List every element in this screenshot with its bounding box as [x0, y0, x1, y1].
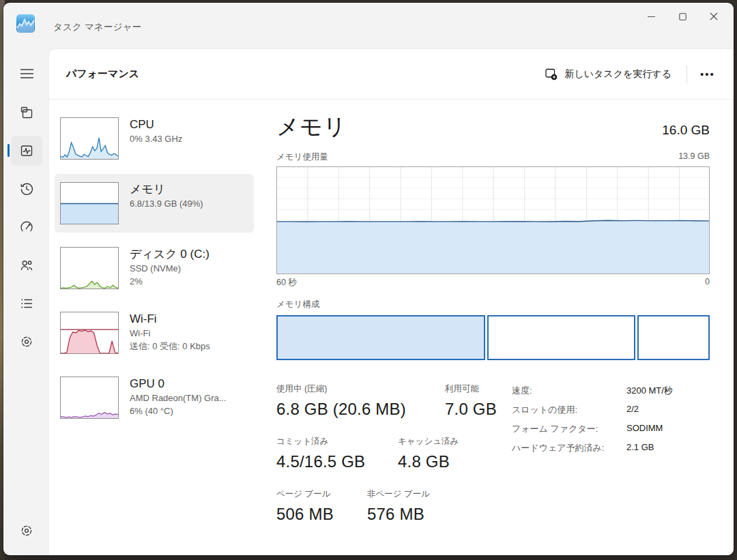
startup-apps-icon	[20, 220, 33, 234]
page-title: パフォーマンス	[66, 68, 139, 80]
task-manager-app-icon	[16, 14, 35, 33]
performance-icon	[20, 144, 33, 158]
stat-available: 利用可能 7.0 GB	[445, 383, 497, 419]
sidebar-item-app-history[interactable]	[11, 174, 42, 204]
x-axis-left-label: 60 秒	[276, 277, 297, 289]
window-title: タスク マネージャー	[53, 21, 141, 33]
performance-metric-list: CPU 0% 3.43 GHz メモリ 6.8/13.9 GB (49%)	[55, 109, 254, 427]
run-new-task-button[interactable]: 新しいタスクを実行する	[536, 62, 680, 86]
metric-subtitle: 6% (40 °C)	[130, 404, 227, 417]
x-axis-right-label: 0	[705, 277, 710, 289]
close-button[interactable]	[698, 3, 729, 30]
metric-subtitle: 送信: 0 受信: 0 Kbps	[130, 340, 210, 353]
memory-mini-chart	[60, 182, 119, 224]
memory-stats: 使用中 (圧縮) 6.8 GB (20.6 MB) 利用可能 7.0 GB コミ…	[276, 383, 710, 524]
performance-panel: パフォーマンス 新しいタスクを実行する •••	[49, 49, 734, 555]
memory-composition-label: メモリ構成	[276, 299, 710, 310]
stat-in-use: 使用中 (圧縮) 6.8 GB (20.6 MB)	[276, 383, 445, 419]
details-icon	[20, 297, 33, 310]
more-options-button[interactable]: •••	[694, 63, 721, 85]
stat-committed: コミット済み 4.5/16.5 GB	[276, 436, 398, 471]
metric-subtitle: SSD (NVMe)	[130, 262, 209, 275]
selected-accent-pill	[8, 144, 10, 157]
services-icon	[20, 335, 33, 349]
app-history-icon	[20, 182, 33, 196]
hamburger-icon	[20, 69, 33, 78]
metric-subtitle: 2%	[130, 275, 209, 288]
sidebar-item-services[interactable]	[11, 327, 42, 357]
sidebar-item-details[interactable]	[11, 289, 42, 319]
task-manager-window: タスク マネージャー	[3, 3, 734, 555]
header-divider	[687, 65, 687, 83]
ellipsis-icon: •••	[700, 68, 715, 80]
sidebar-item-startup-apps[interactable]	[11, 212, 42, 242]
list-item-cpu[interactable]: CPU 0% 3.43 GHz	[55, 109, 254, 168]
metric-title: Wi-Fi	[130, 312, 210, 327]
settings-button[interactable]	[11, 516, 42, 546]
detail-form-factor: フォーム ファクター: SODIMM	[512, 423, 673, 442]
memory-usage-chart	[276, 166, 710, 274]
memory-total-capacity: 16.0 GB	[662, 123, 710, 138]
cpu-mini-chart	[60, 117, 119, 160]
memory-composition-segment	[487, 315, 635, 360]
detail-hardware-reserved: ハードウェア予約済み: 2.1 GB	[512, 442, 673, 461]
usage-chart-label: メモリ使用量	[276, 151, 328, 163]
hardware-details: 速度: 3200 MT/秒 スロットの使用: 2/2 フォーム ファクター: S…	[512, 385, 673, 461]
nav-menu-button[interactable]	[11, 59, 42, 89]
memory-composition-segment	[276, 315, 485, 360]
list-item-gpu[interactable]: GPU 0 AMD Radeon(TM) Gra... 6% (40 °C)	[55, 368, 254, 427]
gpu-mini-chart	[60, 377, 119, 419]
list-item-disk[interactable]: ディスク 0 (C:) SSD (NVMe) 2%	[55, 239, 254, 297]
memory-composition-bar[interactable]	[276, 315, 710, 360]
title-bar[interactable]: タスク マネージャー	[3, 3, 734, 49]
stat-non-paged-pool: 非ページ プール 576 MB	[367, 488, 430, 524]
minimize-button[interactable]	[635, 3, 667, 30]
metric-subtitle: 0% 3.43 GHz	[130, 132, 182, 145]
metric-title: ディスク 0 (C:)	[130, 247, 209, 262]
sidebar-item-processes[interactable]	[11, 98, 42, 128]
panel-header: パフォーマンス 新しいタスクを実行する •••	[49, 49, 734, 100]
stat-cached: キャッシュ済み 4.8 GB	[398, 436, 459, 471]
list-item-wifi[interactable]: Wi-Fi Wi-Fi 送信: 0 受信: 0 Kbps	[55, 304, 254, 362]
metric-title: メモリ	[130, 182, 203, 197]
maximize-button[interactable]	[667, 3, 698, 30]
processes-icon	[20, 106, 33, 119]
navigation-rail	[3, 49, 49, 555]
stat-paged-pool: ページ プール 506 MB	[276, 488, 367, 524]
memory-heading: メモリ	[276, 112, 347, 143]
detail-speed: 速度: 3200 MT/秒	[512, 385, 673, 404]
metric-subtitle: 6.8/13.9 GB (49%)	[130, 197, 203, 210]
sidebar-item-performance[interactable]	[11, 136, 42, 166]
settings-gear-icon	[20, 524, 33, 537]
metric-subtitle: Wi-Fi	[130, 327, 210, 340]
disk-mini-chart	[60, 247, 119, 289]
run-new-task-icon	[545, 68, 558, 80]
sidebar-item-users[interactable]	[11, 250, 42, 280]
metric-subtitle: AMD Radeon(TM) Gra...	[130, 392, 227, 404]
detail-slots-used: スロットの使用: 2/2	[512, 404, 673, 423]
usage-chart-max: 13.9 GB	[678, 151, 710, 163]
metric-title: GPU 0	[130, 377, 227, 392]
list-item-memory[interactable]: メモリ 6.8/13.9 GB (49%)	[55, 174, 254, 233]
users-icon	[20, 259, 33, 272]
run-new-task-label: 新しいタスクを実行する	[564, 68, 671, 80]
memory-composition-segment	[637, 315, 710, 360]
metric-title: CPU	[130, 117, 182, 132]
wifi-mini-chart	[60, 312, 119, 354]
memory-detail-view: メモリ 16.0 GB メモリ使用量 13.9 GB 60 秒 0 メモリ構成 …	[276, 112, 710, 541]
